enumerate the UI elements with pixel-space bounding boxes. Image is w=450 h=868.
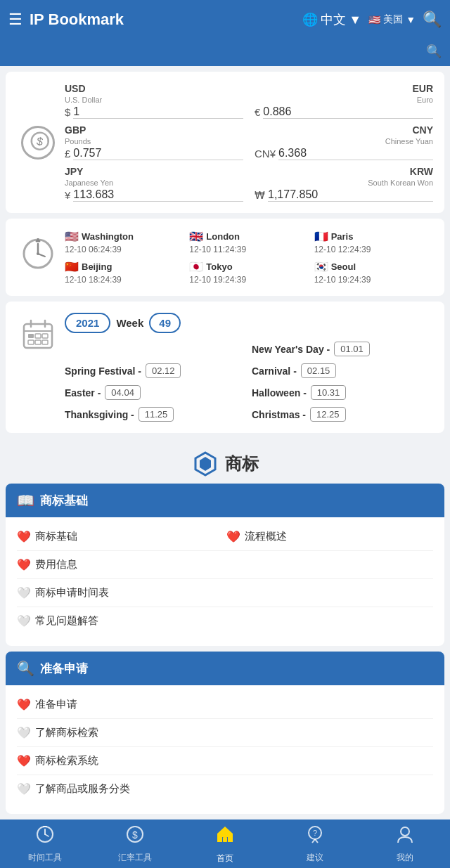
gbp-name: GBP xyxy=(65,124,86,136)
cny-input[interactable] xyxy=(278,147,433,160)
time-tools-icon xyxy=(35,824,55,849)
svg-rect-27 xyxy=(223,837,227,842)
eur-full: Euro xyxy=(255,96,433,104)
usd-input[interactable] xyxy=(73,105,243,119)
clock-seoul: 🇰🇷 Seoul 12-10 19:24:39 xyxy=(314,260,433,285)
currency-cny: CNY Chinese Yuan CN¥ xyxy=(255,124,433,160)
heart-zhunbei: ❤️ xyxy=(17,698,31,711)
eur-name: EUR xyxy=(412,83,433,94)
trademark-logo xyxy=(191,450,219,478)
holiday-carnival: Carnival - 02.15 xyxy=(252,363,433,378)
trademark-link-feiyong[interactable]: ❤️ 费用信息 xyxy=(17,555,224,574)
heart-jichu: ❤️ xyxy=(17,530,31,543)
krw-symbol: ₩ xyxy=(255,189,265,202)
trademark-prepare-title: 准备申请 xyxy=(40,661,88,677)
gbp-symbol: £ xyxy=(65,148,70,160)
trademark-link-jiansuo[interactable]: 🤍 了解商标检索 xyxy=(17,723,224,742)
heart-feiyong: ❤️ xyxy=(17,558,31,571)
cny-symbol: CN¥ xyxy=(255,148,276,160)
trademark-prepare-items: ❤️ 准备申请 🤍 了解商标检索 ❤️ 商标检索系统 🤍 了解商品或 xyxy=(6,685,444,814)
trademark-prepare-row-1: ❤️ 准备申请 xyxy=(17,691,433,719)
search-small-icon[interactable]: 🔍 xyxy=(426,44,442,59)
search-icon[interactable]: 🔍 xyxy=(423,11,442,29)
trademark-link-wenti[interactable]: 🤍 常见问题解答 xyxy=(17,611,224,630)
holiday-easter: Easter - 04.04 xyxy=(65,385,246,400)
trademark-link-xitong[interactable]: ❤️ 商标检索系统 xyxy=(17,751,224,770)
nav-suggestions-label: 建议 xyxy=(307,852,323,864)
trademark-link-zhunbei[interactable]: ❤️ 准备申请 xyxy=(17,695,224,714)
beijing-name: Beijing xyxy=(82,261,112,272)
cny-full: Chinese Yuan xyxy=(255,137,433,145)
trademark-row-4: 🤍 常见问题解答 xyxy=(17,607,433,635)
holiday-springfestival: Spring Festival - 02.12 xyxy=(65,363,246,378)
krw-input[interactable] xyxy=(268,188,433,202)
nav-home[interactable]: 首页 xyxy=(180,820,270,868)
nav-home-label: 首页 xyxy=(217,853,233,864)
eur-input[interactable] xyxy=(263,105,433,119)
country-text: 美国 xyxy=(383,13,403,26)
nav-time-tools[interactable]: 时间工具 xyxy=(0,820,90,868)
christmas-date: 12.25 xyxy=(310,407,346,422)
trademark-link-shijian[interactable]: 🤍 商标申请时间表 xyxy=(17,583,224,602)
krw-name: KRW xyxy=(410,166,433,177)
newyear-name: New Year's Day - xyxy=(252,344,330,355)
language-selector[interactable]: 🌐 中文 ▼ xyxy=(302,11,361,28)
menu-icon[interactable]: ☰ xyxy=(8,11,22,29)
trademark-row-2: ❤️ 费用信息 xyxy=(17,551,433,579)
usd-symbol: $ xyxy=(65,106,70,118)
trademark-link-liucheng[interactable]: ❤️ 流程概述 xyxy=(226,527,433,546)
usd-full: U.S. Dollar xyxy=(65,96,243,104)
nav-currency-tools[interactable]: $ 汇率工具 xyxy=(90,820,180,868)
clock-grid: 🇺🇸 Washington 12-10 06:24:39 🇬🇧 London 1… xyxy=(65,230,433,285)
clock-tokyo: 🇯🇵 Tokyo 12-10 19:24:39 xyxy=(189,260,308,285)
calendar-panel: 2021 Week 49 New Year's Day - 01.01 Spri… xyxy=(6,302,444,433)
jpy-input[interactable] xyxy=(73,188,243,202)
book-icon: 📖 xyxy=(17,492,34,509)
svg-rect-12 xyxy=(28,334,34,338)
trademark-basic-items: ❤️ 商标基础 ❤️ 流程概述 ❤️ 费用信息 🤍 商标申请时间表 xyxy=(6,517,444,646)
washington-time: 12-10 06:24:39 xyxy=(65,245,184,254)
trademark-section-basic: 📖 商标基础 ❤️ 商标基础 ❤️ 流程概述 ❤️ 费用信息 🤍 xyxy=(6,484,444,646)
app-header: ☰ IP Bookmark 🌐 中文 ▼ 🇺🇸 美国 ▼ 🔍 xyxy=(0,0,450,39)
heart-liucheng: ❤️ xyxy=(226,530,240,543)
gbp-input[interactable] xyxy=(73,147,243,160)
eur-symbol: € xyxy=(255,106,260,118)
london-flag: 🇬🇧 xyxy=(189,230,203,243)
nav-profile[interactable]: 我的 xyxy=(360,820,450,868)
calendar-year: 2021 xyxy=(65,313,110,333)
holiday-grid: New Year's Day - 01.01 Spring Festival -… xyxy=(65,342,433,422)
cny-name: CNY xyxy=(412,124,433,136)
paris-flag: 🇫🇷 xyxy=(314,230,328,243)
carnival-date: 02.15 xyxy=(301,363,337,378)
calendar-week-label: Week xyxy=(116,317,143,329)
trademark-link-jichu[interactable]: ❤️ 商标基础 xyxy=(17,527,224,546)
trademark-header: 商标 xyxy=(0,439,450,484)
svg-text:$: $ xyxy=(37,134,46,147)
paris-time: 12-10 12:24:39 xyxy=(314,245,433,254)
trademark-fenlei-label: 了解商品或服务分类 xyxy=(35,782,130,796)
search-icon-tm: 🔍 xyxy=(17,660,34,677)
nav-suggestions[interactable]: ? 建议 xyxy=(270,820,360,868)
search-bar-area: 🔍 xyxy=(0,39,450,66)
svg-point-32 xyxy=(401,827,409,836)
trademark-link-fenlei[interactable]: 🤍 了解商品或服务分类 xyxy=(17,779,224,798)
lang-text: 中文 xyxy=(321,11,346,28)
svg-line-5 xyxy=(38,254,45,257)
springfestival-date: 02.12 xyxy=(146,363,181,378)
clock-beijing: 🇨🇳 Beijing 12-10 18:24:39 xyxy=(65,260,184,285)
trademark-prepare-header: 🔍 准备申请 xyxy=(6,652,444,685)
heart-jiansuo: 🤍 xyxy=(17,726,31,739)
currency-usd: USD U.S. Dollar $ xyxy=(65,83,243,119)
trademark-prepare-row-3: ❤️ 商标检索系统 xyxy=(17,747,433,775)
currency-grid: USD U.S. Dollar $ EUR Euro € xyxy=(65,83,433,202)
calendar-week-num: 49 xyxy=(149,313,181,333)
trademark-jiansuo-label: 了解商标检索 xyxy=(35,726,98,739)
lang-arrow: ▼ xyxy=(349,13,361,27)
washington-name: Washington xyxy=(82,231,134,242)
svg-rect-15 xyxy=(28,340,34,344)
trademark-basic-header: 📖 商标基础 xyxy=(6,484,444,517)
beijing-time: 12-10 18:24:39 xyxy=(65,275,184,285)
country-selector[interactable]: 🇺🇸 美国 ▼ xyxy=(368,13,416,26)
currency-icon-col: $ xyxy=(17,83,59,202)
tokyo-time: 12-10 19:24:39 xyxy=(189,275,308,285)
